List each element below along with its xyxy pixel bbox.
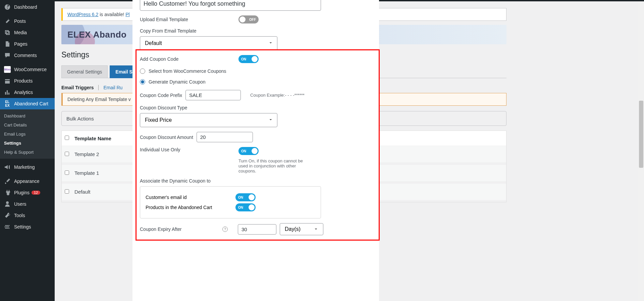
coupon-prefix-label: Coupon Code Prefix [140, 93, 182, 98]
update-link[interactable]: Pl [125, 12, 129, 17]
row-checkbox[interactable] [65, 152, 69, 156]
upload-template-label: Upload Email Template [140, 17, 235, 22]
users-icon [4, 201, 11, 207]
chevron-down-icon [268, 41, 273, 47]
sidebar-tools[interactable]: Tools [0, 210, 55, 221]
add-coupon-label: Add Coupon Code [140, 56, 235, 62]
chevron-down-icon [314, 227, 318, 232]
discount-type-label: Coupon Discount Type [140, 105, 372, 110]
discount-type-select[interactable]: Fixed Price [140, 113, 277, 127]
select-all-checkbox[interactable] [65, 136, 69, 140]
plugins-update-badge: 12 [32, 191, 40, 195]
scrollbar-thumb[interactable] [639, 101, 643, 168]
sidebar-label: Comments [14, 53, 37, 58]
dashboard-icon [4, 4, 11, 10]
analytics-icon [4, 89, 11, 96]
associate-label: Associate the Dynamic Coupon to [140, 178, 372, 184]
coupon-expiry-label: Coupon Expiry After [140, 227, 217, 232]
sidebar-label: Products [14, 78, 33, 84]
discount-amount-label: Coupon Discount Amount [140, 135, 193, 140]
sidebar-label: Marketing [14, 164, 35, 170]
elex-icon: ELEX [4, 100, 11, 107]
row-checkbox[interactable] [65, 170, 69, 175]
individual-use-label: Individual Use Only [140, 147, 235, 152]
svg-point-2 [9, 228, 10, 229]
sidebar-label: Posts [14, 18, 26, 24]
sidebar-label: Media [14, 30, 27, 35]
sidebar-media[interactable]: Media [0, 27, 55, 38]
assoc-products-toggle[interactable]: ON [235, 203, 256, 211]
sidebar-label: Abandoned Cart [14, 101, 48, 106]
associate-box: Customer's email id ON Products in the A… [140, 186, 321, 218]
copy-template-label: Copy From Email Template [140, 28, 372, 34]
coupon-prefix-input[interactable] [185, 90, 241, 100]
sidebar-label: Dashboard [14, 4, 37, 10]
media-icon [4, 29, 11, 36]
sidebar-dashboard[interactable]: Dashboard [0, 1, 55, 13]
sidebar-label: WooCommerce [14, 67, 47, 72]
megaphone-icon [4, 164, 11, 170]
brush-icon [4, 178, 11, 185]
submenu-settings[interactable]: Settings [0, 139, 55, 148]
tab-general[interactable]: General Settings [61, 65, 108, 78]
submenu-email-logs[interactable]: Email Logs [0, 130, 55, 139]
sidebar-label: Plugins [14, 190, 30, 195]
sidebar-appearance[interactable]: Appearance [0, 175, 55, 187]
woo-icon: Woo [4, 66, 11, 73]
sidebar-plugins[interactable]: Plugins12 [0, 187, 55, 198]
assoc-email-label: Customer's email id [146, 195, 235, 200]
sidebar-label: Analytics [14, 90, 33, 95]
sidebar-label: Appearance [14, 179, 40, 184]
submenu-dashboard[interactable]: Dashboard [0, 111, 55, 120]
col-template-name: Template Name [72, 136, 111, 141]
svg-point-1 [5, 227, 6, 228]
comments-icon [4, 52, 11, 59]
sidebar-analytics[interactable]: Analytics [0, 87, 55, 98]
settings-icon [4, 223, 11, 230]
submenu-help[interactable]: Help & Support [0, 148, 55, 157]
admin-sidebar: Dashboard Posts Media Pages Comments Woo… [0, 1, 55, 301]
upload-template-toggle[interactable]: OFF [238, 15, 259, 23]
submenu-cart-details[interactable]: Cart Details [0, 120, 55, 130]
sidebar-label: Tools [14, 213, 25, 218]
sidebar-users[interactable]: Users [0, 198, 55, 210]
email-template-panel: Upload Email Template OFF Copy From Emai… [132, 0, 379, 301]
copy-template-select[interactable]: Default [140, 36, 277, 50]
sidebar-pages[interactable]: Pages [0, 38, 55, 50]
chevron-down-icon [268, 117, 273, 123]
sidebar-abandoned-cart[interactable]: ELEXAbandoned Cart [0, 98, 55, 109]
individual-use-hint: Turn On, if this coupon cannot be used i… [238, 158, 309, 173]
sidebar-label: Pages [14, 41, 28, 47]
pages-icon [4, 41, 11, 47]
discount-amount-input[interactable] [197, 132, 253, 142]
svg-point-0 [9, 225, 10, 226]
plugin-icon [4, 189, 11, 196]
coupon-expiry-unit-select[interactable]: Day(s) [280, 223, 323, 235]
products-icon [4, 78, 11, 84]
coupon-example-text: Coupon Example:- - - -****** [250, 93, 305, 98]
sidebar-products[interactable]: Products [0, 75, 55, 87]
sidebar-comments[interactable]: Comments [0, 50, 55, 61]
radio-wc-coupons[interactable]: Select from WooCommerce Coupons [140, 68, 372, 74]
sidebar-settings[interactable]: Settings [0, 221, 55, 233]
sidebar-marketing[interactable]: Marketing [0, 161, 55, 173]
sidebar-label: Settings [14, 224, 31, 230]
individual-use-toggle[interactable]: ON [238, 147, 259, 155]
subtab-triggers[interactable]: Email Triggers [61, 85, 99, 90]
wp-version-link[interactable]: WordPress 6.2 [67, 12, 98, 17]
pin-icon [4, 18, 11, 24]
subtab-rules[interactable]: Email Ru [99, 85, 127, 90]
sidebar-woocommerce[interactable]: WooWooCommerce [0, 64, 55, 75]
coupon-expiry-input[interactable] [238, 224, 276, 235]
sidebar-posts[interactable]: Posts [0, 15, 55, 27]
subject-input[interactable] [140, 0, 321, 11]
radio-dynamic-coupon[interactable]: Generate Dynamic Coupon [140, 79, 372, 85]
sidebar-label: Users [14, 201, 26, 207]
assoc-email-toggle[interactable]: ON [235, 193, 256, 201]
abandoned-cart-submenu: Dashboard Cart Details Email Logs Settin… [0, 109, 55, 159]
row-checkbox[interactable] [65, 189, 69, 194]
tools-icon [4, 212, 11, 219]
assoc-products-label: Products in the Abandoned Cart [146, 205, 235, 210]
add-coupon-toggle[interactable]: ON [238, 55, 259, 63]
help-icon[interactable]: ? [222, 227, 228, 232]
